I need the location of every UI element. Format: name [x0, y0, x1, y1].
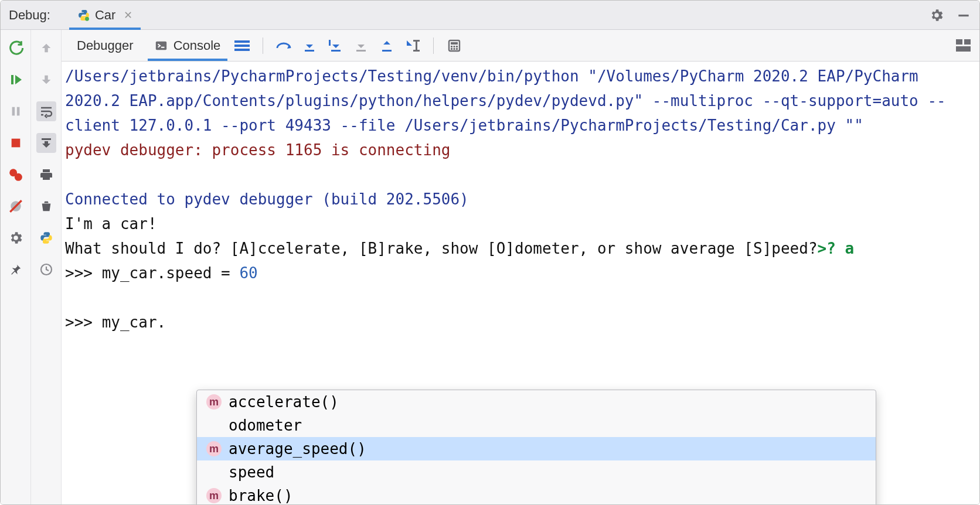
- svg-rect-16: [305, 50, 314, 52]
- console-repl-line-2[interactable]: >>> my_car.: [65, 310, 976, 335]
- pin-icon[interactable]: [6, 260, 26, 279]
- svg-rect-17: [329, 40, 331, 46]
- debug-settings-icon[interactable]: [6, 228, 26, 248]
- tool-window-title: Debug:: [9, 8, 50, 23]
- svg-rect-6: [11, 139, 20, 148]
- svg-rect-31: [456, 48, 458, 50]
- step-over-icon[interactable]: [273, 35, 295, 57]
- method-badge-icon: m: [206, 394, 222, 410]
- soft-wrap-icon[interactable]: [36, 101, 56, 121]
- completion-item-label: speed: [229, 460, 274, 484]
- completion-item-label: accelerate(): [229, 390, 339, 414]
- tab-label: Car: [95, 8, 115, 23]
- step-out-icon[interactable]: [376, 35, 398, 57]
- stop-icon[interactable]: [6, 133, 26, 153]
- svg-rect-19: [356, 50, 366, 52]
- completion-list: maccelerate()modometermaverage_speed()ms…: [197, 390, 876, 504]
- svg-rect-22: [413, 40, 420, 42]
- completion-item[interactable]: maccelerate(): [197, 390, 876, 414]
- console-icon: [155, 39, 168, 52]
- config-tabs: Car ✕: [69, 1, 141, 29]
- console-pydev-connecting: pydev debugger: process 1165 is connecti…: [65, 138, 976, 162]
- scroll-to-end-icon[interactable]: [36, 133, 56, 153]
- resume-icon[interactable]: [6, 70, 26, 90]
- console-out2: What should I do? [A]ccelerate, [B]rake,…: [65, 236, 976, 261]
- view-breakpoints-icon[interactable]: [6, 165, 26, 185]
- console-output[interactable]: /Users/jetbrains/PycharmProjects/Testing…: [62, 62, 979, 504]
- console-out1: I'm a car!: [65, 211, 976, 236]
- divider: [433, 37, 434, 54]
- console-connected: Connected to pydev debugger (build 202.5…: [65, 187, 976, 211]
- trash-icon[interactable]: [36, 196, 56, 216]
- mute-breakpoints-icon[interactable]: [6, 196, 26, 216]
- svg-point-8: [14, 173, 22, 181]
- up-arrow-icon[interactable]: [36, 38, 56, 58]
- print-icon[interactable]: [36, 165, 56, 185]
- svg-point-0: [85, 16, 89, 21]
- svg-rect-18: [331, 50, 341, 52]
- completion-popup: maccelerate()modometermaverage_speed()ms…: [196, 390, 876, 504]
- titlebar: Debug: Car ✕: [1, 1, 979, 30]
- debugger-toolbar: Debugger Console: [62, 30, 979, 62]
- step-into-icon[interactable]: [298, 35, 321, 57]
- hide-icon[interactable]: [956, 8, 971, 23]
- body: Debugger Console: [1, 30, 979, 504]
- svg-rect-25: [451, 42, 458, 45]
- python-console-icon[interactable]: [36, 228, 56, 248]
- tab-debugger-label: Debugger: [77, 38, 134, 53]
- svg-rect-2: [11, 75, 13, 84]
- svg-rect-23: [413, 50, 420, 52]
- method-badge-icon: m: [206, 441, 222, 456]
- force-step-into-icon[interactable]: [350, 35, 372, 57]
- tab-debugger[interactable]: Debugger: [66, 30, 144, 61]
- threads-icon[interactable]: [231, 35, 253, 57]
- rerun-icon[interactable]: [6, 38, 26, 58]
- run-to-cursor-icon[interactable]: [401, 35, 424, 57]
- completion-item[interactable]: mbrake(): [197, 484, 876, 504]
- method-badge-icon: m: [206, 488, 222, 503]
- debug-tool-window: Debug: Car ✕: [0, 0, 980, 505]
- right-pane: Debugger Console: [62, 30, 979, 504]
- svg-rect-28: [456, 46, 458, 47]
- tab-console[interactable]: Console: [144, 30, 232, 61]
- history-icon[interactable]: [36, 260, 56, 279]
- evaluate-expression-icon[interactable]: [443, 35, 465, 57]
- layout-settings-icon[interactable]: [952, 35, 975, 57]
- svg-rect-20: [382, 50, 392, 52]
- svg-marker-3: [15, 75, 22, 84]
- completion-item-label: odometer: [229, 413, 302, 438]
- divider: [263, 37, 263, 54]
- completion-item[interactable]: modometer: [197, 414, 876, 437]
- console-repl-line-1: >>> my_car.speed = 60: [65, 261, 976, 285]
- svg-rect-13: [234, 40, 250, 43]
- tab-console-label: Console: [173, 38, 221, 53]
- completion-item-label: brake(): [229, 483, 293, 504]
- svg-rect-33: [964, 39, 971, 45]
- svg-rect-4: [12, 107, 15, 116]
- svg-rect-12: [155, 41, 166, 50]
- python-file-icon: [77, 9, 90, 22]
- svg-rect-5: [16, 107, 19, 116]
- completion-item-label: average_speed(): [229, 436, 366, 461]
- svg-rect-34: [956, 46, 971, 52]
- tab-car[interactable]: Car ✕: [69, 1, 141, 29]
- console-gutter-strip: [31, 30, 62, 504]
- svg-rect-27: [454, 46, 455, 47]
- completion-item[interactable]: mspeed: [197, 460, 876, 484]
- debug-actions-strip: [1, 30, 31, 504]
- close-icon[interactable]: ✕: [124, 9, 132, 22]
- pause-icon[interactable]: [6, 101, 26, 121]
- svg-rect-32: [956, 39, 962, 45]
- gear-icon[interactable]: [929, 8, 944, 23]
- down-arrow-icon[interactable]: [36, 70, 56, 90]
- svg-rect-29: [451, 48, 452, 50]
- console-command-line: /Users/jetbrains/PycharmProjects/Testing…: [65, 64, 976, 138]
- svg-rect-14: [234, 45, 250, 47]
- svg-rect-30: [454, 48, 455, 50]
- svg-rect-1: [958, 14, 968, 16]
- step-into-my-code-icon[interactable]: [324, 35, 346, 57]
- svg-rect-15: [234, 49, 250, 51]
- completion-item[interactable]: maverage_speed(): [197, 437, 876, 460]
- svg-rect-26: [451, 46, 452, 47]
